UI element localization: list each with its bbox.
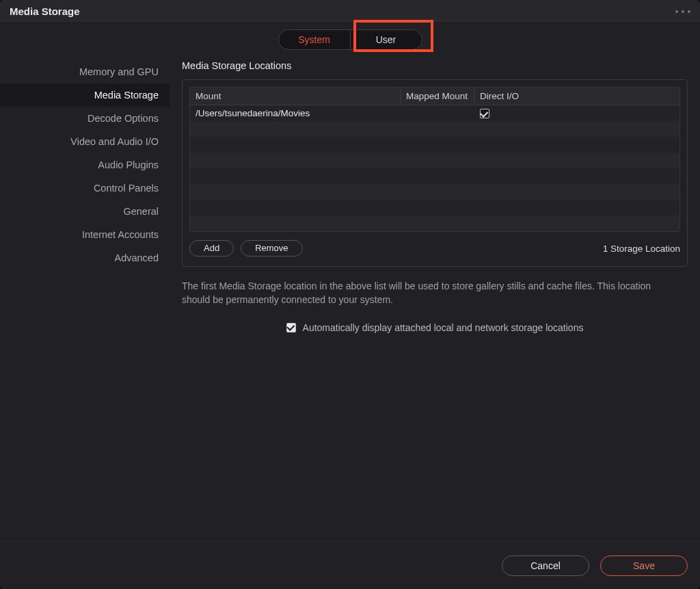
table-row-empty[interactable] — [190, 215, 679, 231]
more-options-icon[interactable] — [675, 10, 690, 13]
section-title: Media Storage Locations — [182, 60, 688, 71]
titlebar: Media Storage — [0, 0, 700, 23]
sidebar-item-media-storage[interactable]: Media Storage — [0, 83, 170, 107]
segmented-control: System User — [278, 29, 422, 50]
table-row[interactable]: /Users/tsunedaerina/Movies — [190, 105, 679, 121]
table-header: Mount Mapped Mount Direct I/O — [190, 88, 679, 105]
auto-display-row: Automatically display attached local and… — [182, 322, 688, 333]
tab-system[interactable]: System — [279, 30, 350, 49]
auto-display-checkbox[interactable] — [286, 323, 296, 332]
sidebar-item-memory-and-gpu[interactable]: Memory and GPU — [0, 60, 170, 83]
table-body: /Users/tsunedaerina/Movies — [190, 105, 679, 231]
media-storage-panel: Mount Mapped Mount Direct I/O /Users/tsu… — [182, 79, 688, 267]
column-header-mount[interactable]: Mount — [190, 88, 401, 105]
table-row-empty[interactable] — [190, 121, 679, 137]
cell-mount: /Users/tsunedaerina/Movies — [190, 108, 401, 118]
remove-button[interactable]: Remove — [241, 240, 302, 257]
sidebar-item-decode-options[interactable]: Decode Options — [0, 107, 170, 130]
column-header-direct-io[interactable]: Direct I/O — [474, 88, 679, 105]
column-header-mapped-mount[interactable]: Mapped Mount — [401, 88, 474, 105]
sidebar-item-advanced[interactable]: Advanced — [0, 246, 170, 270]
dialog-footer: Cancel Save — [0, 541, 700, 589]
sidebar-item-video-and-audio-i-o[interactable]: Video and Audio I/O — [0, 130, 170, 153]
sidebar-item-general[interactable]: General — [0, 200, 170, 223]
preferences-sidebar: Memory and GPUMedia StorageDecode Option… — [0, 56, 170, 541]
table-row-empty[interactable] — [190, 168, 679, 184]
auto-display-label: Automatically display attached local and… — [303, 322, 584, 333]
main-content: Media Storage Locations Mount Mapped Mou… — [170, 56, 700, 541]
window-title: Media Storage — [10, 5, 80, 17]
sidebar-item-control-panels[interactable]: Control Panels — [0, 176, 170, 200]
tab-user[interactable]: User — [351, 30, 422, 49]
cancel-button[interactable]: Cancel — [502, 555, 589, 576]
table-row-empty[interactable] — [190, 153, 679, 168]
save-button[interactable]: Save — [600, 555, 688, 576]
storage-table: Mount Mapped Mount Direct I/O /Users/tsu… — [189, 87, 680, 232]
direct-io-checkbox[interactable] — [480, 109, 489, 118]
preferences-window: Media Storage System User Memory and GPU… — [0, 0, 700, 589]
system-user-tabbar: System User — [0, 23, 700, 56]
helper-text: The first Media Storage location in the … — [182, 279, 660, 307]
storage-count-label: 1 Storage Location — [603, 244, 680, 254]
table-row-empty[interactable] — [190, 200, 679, 215]
table-row-empty[interactable] — [190, 184, 679, 200]
sidebar-item-audio-plugins[interactable]: Audio Plugins — [0, 153, 170, 176]
table-row-empty[interactable] — [190, 137, 679, 153]
add-button[interactable]: Add — [189, 240, 234, 257]
cell-direct-io — [474, 108, 679, 119]
panel-actions: Add Remove 1 Storage Location — [189, 240, 680, 257]
sidebar-item-internet-accounts[interactable]: Internet Accounts — [0, 223, 170, 246]
